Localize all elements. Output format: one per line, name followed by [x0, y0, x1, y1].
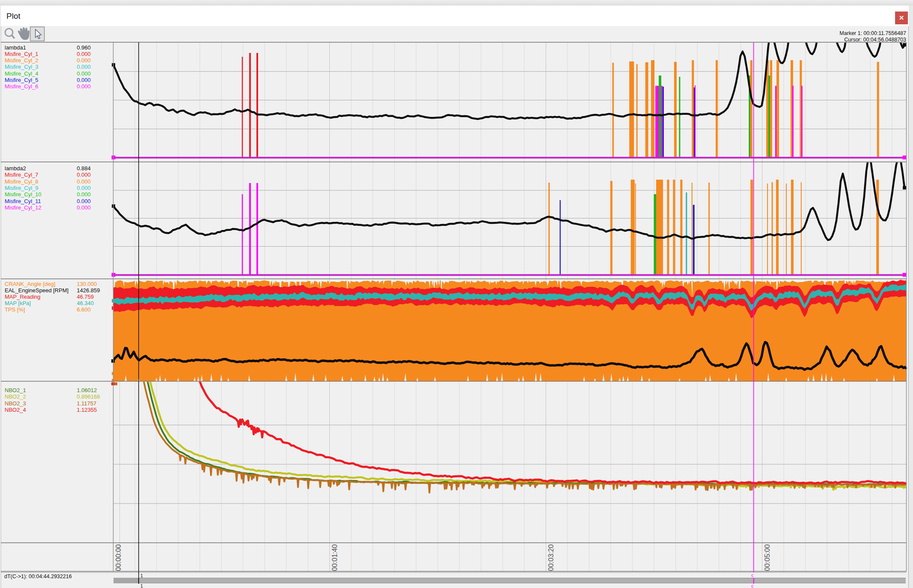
svg-text:00:05:00: 00:05:00: [764, 544, 771, 571]
svg-text:00:03:20: 00:03:20: [547, 544, 555, 571]
svg-text:00:00:00: 00:00:00: [115, 544, 122, 571]
svg-text:00:01:40: 00:01:40: [331, 544, 338, 571]
